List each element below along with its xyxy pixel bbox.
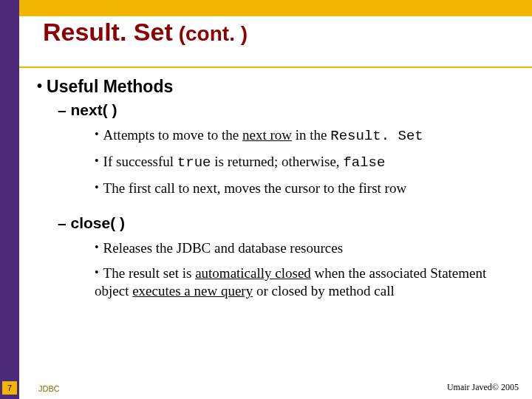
text: The result set is [103,265,196,281]
title-main: Result. Set [43,18,173,47]
code-text: true [177,154,211,171]
method-close: – close( ) [58,214,521,232]
code-text: Result. Set [330,128,423,144]
slide-number: 7 [7,383,12,392]
text-underline: automatically closed [195,265,311,281]
heading-text: Useful Methods [47,77,173,96]
slide-number-badge: 7 [2,381,17,395]
close-bullet-1: •Releases the JDBC and database resource… [95,239,521,257]
slide-title: Result. Set (cont. ) [43,18,516,65]
text-underline: executes a new query [132,283,253,299]
text: is returned; otherwise, [211,154,343,169]
text: or closed by method call [253,283,395,299]
title-underline [19,66,532,68]
bullet-disc-icon: • [95,154,103,167]
next-bullet-3: •The first call to next, moves the curso… [95,180,521,197]
bullet-disc-icon: • [95,241,103,253]
footer-left-label: JDBC [38,384,60,393]
text: If successful [103,154,177,169]
text: Attempts to move to the [103,127,242,143]
next-bullet-2: •If successful true is returned; otherwi… [95,153,521,172]
code-text: false [343,154,385,171]
bullet-disc-icon: • [95,181,103,194]
side-accent-bar [0,0,19,399]
bullet-disc-icon: • [95,266,103,279]
next-bullet-1: •Attempts to move to the next row in the… [95,126,521,146]
footer-right-credit: Umair Javed© 2005 [447,382,519,393]
bullet-disc-icon: • [95,128,103,140]
text: in the [292,127,330,143]
close-bullet-2: •The result set is automatically closed … [95,265,521,300]
top-accent-bar [0,0,532,16]
slide: Result. Set (cont. ) •Useful Methods – n… [0,0,532,399]
method-next: – next( ) [58,101,521,119]
text: Releases the JDBC and database resources [103,240,343,256]
heading-useful-methods: •Useful Methods [37,77,521,97]
bullet-disc-icon: • [37,78,47,94]
content-body: •Useful Methods – next( ) •Attempts to m… [37,77,521,307]
text: The first call to next, moves the cursor… [103,180,407,196]
title-sub: (cont. ) [179,22,248,46]
text-underline: next row [242,127,292,143]
